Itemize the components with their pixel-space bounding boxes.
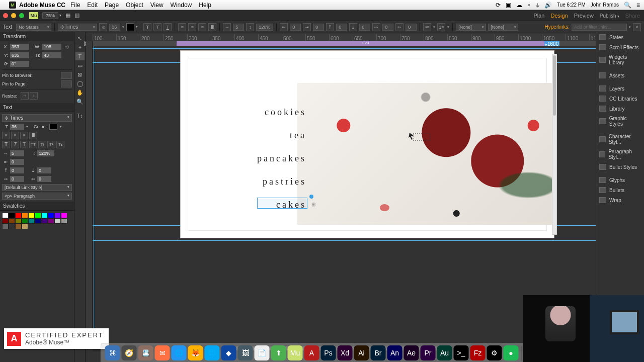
- swatch[interactable]: [22, 224, 28, 229]
- text-space-after[interactable]: [37, 167, 52, 174]
- resize-h-button[interactable]: ↔: [21, 92, 29, 100]
- wifi-icon[interactable]: ⏚: [536, 2, 539, 9]
- spotlight-icon[interactable]: 🔍: [624, 2, 631, 9]
- text-font-dropdown[interactable]: ✣ Times: [2, 114, 72, 122]
- indent-right[interactable]: 0: [313, 24, 324, 31]
- font-size-field[interactable]: 36: [109, 24, 120, 31]
- transform-y[interactable]: [10, 52, 30, 59]
- dock-app[interactable]: ⬆: [271, 345, 286, 360]
- transform-rotation[interactable]: [10, 60, 30, 67]
- arrange-docs-icon[interactable]: ▦: [65, 12, 70, 19]
- swatch[interactable]: [15, 224, 22, 229]
- dock-app[interactable]: Ae: [404, 345, 419, 360]
- number-list-button[interactable]: 1≡: [437, 23, 445, 31]
- layout-icon[interactable]: ▥: [74, 12, 79, 19]
- first-line-indent[interactable]: 0: [382, 24, 393, 31]
- dock-app[interactable]: ⌘: [105, 345, 120, 360]
- text-sub[interactable]: T₁: [56, 141, 64, 148]
- pin-browser-grid[interactable]: [61, 72, 72, 79]
- tracking-field[interactable]: 5: [233, 24, 244, 31]
- zoom-tool[interactable]: 🔍: [75, 98, 85, 106]
- dock-app[interactable]: 📄: [255, 345, 270, 360]
- dock-app[interactable]: Xd: [338, 345, 353, 360]
- space-after[interactable]: 0: [359, 24, 370, 31]
- align-right-button[interactable]: ≡: [198, 23, 206, 31]
- text-tracking[interactable]: [10, 150, 25, 157]
- align-left-button[interactable]: ≡: [178, 23, 186, 31]
- bp-left-arrow-icon[interactable]: ⟫: [84, 41, 87, 46]
- para-align-right[interactable]: ≡: [20, 132, 28, 139]
- resize-v-button[interactable]: ↕: [30, 92, 38, 100]
- swatch[interactable]: [48, 218, 54, 224]
- panel-widgets-library[interactable]: Widgets Library: [596, 52, 644, 67]
- panel-text-title[interactable]: Text: [0, 103, 74, 112]
- text-leading[interactable]: [37, 150, 55, 157]
- swatch[interactable]: [9, 213, 15, 218]
- states-dropdown[interactable]: No States: [16, 24, 51, 31]
- breakpoint-end[interactable]: ▸1600: [544, 41, 559, 46]
- bullet-list-button[interactable]: •≡: [423, 23, 431, 31]
- menubar-time[interactable]: Tue 6:22 PM: [557, 2, 586, 8]
- transform-x[interactable]: [10, 43, 30, 50]
- dock-app[interactable]: ◆: [221, 345, 236, 360]
- window-zoom-icon[interactable]: [19, 13, 24, 18]
- bold-button[interactable]: T: [143, 23, 151, 31]
- underline-button[interactable]: T: [164, 23, 172, 31]
- panel-states[interactable]: States: [596, 32, 644, 42]
- volume-icon[interactable]: 🔊: [544, 2, 552, 9]
- link-style-dropdown[interactable]: [Default Link Style]: [2, 184, 72, 191]
- indent-left[interactable]: 0: [290, 24, 301, 31]
- window-close-icon[interactable]: [3, 13, 8, 18]
- text-size[interactable]: [10, 123, 25, 130]
- crop-tool[interactable]: ⌖: [75, 43, 85, 51]
- menu-window[interactable]: Window: [171, 2, 192, 9]
- mode-preview[interactable]: Preview: [574, 13, 594, 19]
- dock-app[interactable]: Pr: [421, 345, 436, 360]
- para-align-left[interactable]: ≡: [2, 132, 10, 139]
- text-ttcaps[interactable]: TT: [29, 141, 37, 148]
- menu-item-cakes[interactable]: cakes: [256, 200, 306, 210]
- dock-app[interactable]: 🧭: [122, 345, 137, 360]
- dock-app[interactable]: 🌐: [172, 345, 187, 360]
- menu-view[interactable]: View: [150, 2, 164, 9]
- text-indent-l[interactable]: [10, 158, 25, 165]
- swatch[interactable]: [28, 213, 35, 218]
- panel-paragraph-styl-[interactable]: Paragraph Styl...: [596, 147, 644, 162]
- swatch[interactable]: [41, 213, 48, 218]
- swatch[interactable]: [48, 213, 54, 218]
- dock-app[interactable]: >_: [454, 345, 469, 360]
- panel-transform-title[interactable]: Transform: [0, 32, 74, 41]
- align-justify-button[interactable]: ≣: [208, 23, 216, 31]
- dock-app[interactable]: An: [387, 345, 403, 360]
- panel-glyphs[interactable]: Glyphs: [596, 175, 644, 185]
- overset-text-icon[interactable]: ⊞: [311, 202, 315, 207]
- menu-page[interactable]: Page: [105, 2, 119, 9]
- hero-image[interactable]: [297, 83, 554, 225]
- dock-app[interactable]: Mu: [288, 345, 303, 360]
- dock-app[interactable]: A: [304, 345, 319, 360]
- swatch[interactable]: [22, 218, 28, 224]
- panel-layers[interactable]: Layers: [596, 83, 644, 94]
- hyperlinks-dropdown-icon[interactable]: ▾: [629, 25, 631, 29]
- paragraph-tag-dropdown[interactable]: <p> Paragraph: [2, 193, 72, 200]
- menu-item-tea[interactable]: tea: [256, 130, 306, 141]
- menu-object[interactable]: Object: [126, 2, 143, 9]
- cloud-icon[interactable]: ☁: [516, 2, 522, 9]
- swatch[interactable]: [35, 213, 41, 218]
- swatch[interactable]: [9, 224, 15, 229]
- page-scrollbar[interactable]: [552, 54, 557, 235]
- para-align-justify[interactable]: ≣: [29, 132, 37, 139]
- text-underline[interactable]: T: [20, 141, 28, 148]
- swatch[interactable]: [28, 218, 35, 224]
- menu-item-pancakes[interactable]: pancakes: [256, 153, 306, 164]
- para-align-center[interactable]: ≡: [11, 132, 19, 139]
- swatch[interactable]: [61, 213, 67, 218]
- hyperlinks-clear-button[interactable]: ×: [633, 23, 641, 31]
- last-line-indent[interactable]: 0: [406, 24, 417, 31]
- panel-bullets[interactable]: Bullets: [596, 185, 644, 195]
- swatch[interactable]: [61, 218, 67, 224]
- panel-bullet-styles[interactable]: Bullet Styles: [596, 162, 644, 172]
- camera-icon[interactable]: ▣: [506, 2, 511, 9]
- panel-character-styl-[interactable]: Character Styl...: [596, 132, 644, 147]
- text-color-swatch[interactable]: [49, 124, 57, 130]
